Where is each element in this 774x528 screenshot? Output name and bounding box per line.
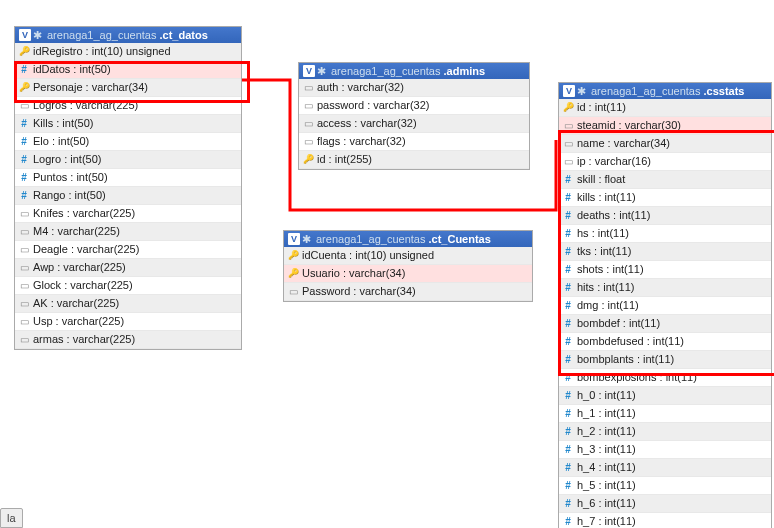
column-row[interactable]: #h_6 : int(11) bbox=[559, 495, 771, 513]
column-definition: id : int(11) bbox=[577, 101, 626, 113]
numeric-column-icon: # bbox=[562, 191, 574, 204]
column-row[interactable]: #bombdefused : int(11) bbox=[559, 333, 771, 351]
column-row[interactable]: #h_2 : int(11) bbox=[559, 423, 771, 441]
column-row[interactable]: #bombplants : int(11) bbox=[559, 351, 771, 369]
bottom-tab-stub[interactable]: la bbox=[0, 508, 23, 528]
table-name-label: .admins bbox=[443, 65, 485, 77]
primary-key-icon: 🔑 bbox=[287, 267, 299, 280]
view-icon: V bbox=[563, 85, 575, 97]
numeric-column-icon: # bbox=[562, 245, 574, 258]
column-row[interactable]: #h_1 : int(11) bbox=[559, 405, 771, 423]
column-definition: h_0 : int(11) bbox=[577, 389, 636, 401]
table-name-label: .ct_Cuentas bbox=[428, 233, 490, 245]
column-row[interactable]: 🔑id : int(11) bbox=[559, 99, 771, 117]
text-column-icon: ▭ bbox=[18, 315, 30, 328]
gear-icon[interactable]: ✱ bbox=[33, 30, 43, 40]
column-definition: hs : int(11) bbox=[577, 227, 629, 239]
column-row[interactable]: ▭Logros : varchar(225) bbox=[15, 97, 241, 115]
column-row[interactable]: ▭Knifes : varchar(225) bbox=[15, 205, 241, 223]
numeric-column-icon: # bbox=[562, 299, 574, 312]
column-row[interactable]: ▭AK : varchar(225) bbox=[15, 295, 241, 313]
column-row[interactable]: 🔑Usuario : varchar(34) bbox=[284, 265, 532, 283]
column-row[interactable]: ▭ip : varchar(16) bbox=[559, 153, 771, 171]
column-row[interactable]: #kills : int(11) bbox=[559, 189, 771, 207]
column-row[interactable]: ▭access : varchar(32) bbox=[299, 115, 529, 133]
numeric-column-icon: # bbox=[18, 63, 30, 76]
column-row[interactable]: #Kills : int(50) bbox=[15, 115, 241, 133]
column-row[interactable]: #h_0 : int(11) bbox=[559, 387, 771, 405]
column-row[interactable]: ▭Usp : varchar(225) bbox=[15, 313, 241, 331]
table-csstats[interactable]: V✱arenaga1_ag_cuentas.csstats🔑id : int(1… bbox=[558, 82, 772, 528]
db-name-label: arenaga1_ag_cuentas bbox=[331, 65, 440, 77]
column-row[interactable]: ▭Password : varchar(34) bbox=[284, 283, 532, 301]
column-row[interactable]: #Puntos : int(50) bbox=[15, 169, 241, 187]
column-row[interactable]: #h_7 : int(11) bbox=[559, 513, 771, 528]
table-header[interactable]: V✱arenaga1_ag_cuentas.csstats bbox=[559, 83, 771, 99]
column-row[interactable]: ▭Awp : varchar(225) bbox=[15, 259, 241, 277]
table-ct_datos[interactable]: V✱arenaga1_ag_cuentas.ct_datos🔑idRegistr… bbox=[14, 26, 242, 350]
column-row[interactable]: ▭auth : varchar(32) bbox=[299, 79, 529, 97]
column-row[interactable]: ▭flags : varchar(32) bbox=[299, 133, 529, 151]
column-definition: idRegistro : int(10) unsigned bbox=[33, 45, 171, 57]
column-definition: Rango : int(50) bbox=[33, 189, 106, 201]
column-row[interactable]: ▭name : varchar(34) bbox=[559, 135, 771, 153]
column-definition: tks : int(11) bbox=[577, 245, 631, 257]
column-row[interactable]: 🔑idRegistro : int(10) unsigned bbox=[15, 43, 241, 61]
column-definition: access : varchar(32) bbox=[317, 117, 417, 129]
column-row[interactable]: #deaths : int(11) bbox=[559, 207, 771, 225]
table-header[interactable]: V✱arenaga1_ag_cuentas.ct_datos bbox=[15, 27, 241, 43]
column-definition: h_6 : int(11) bbox=[577, 497, 636, 509]
text-column-icon: ▭ bbox=[302, 135, 314, 148]
column-row[interactable]: #hs : int(11) bbox=[559, 225, 771, 243]
column-definition: bombdef : int(11) bbox=[577, 317, 660, 329]
numeric-column-icon: # bbox=[562, 515, 574, 528]
column-definition: Deagle : varchar(225) bbox=[33, 243, 139, 255]
column-row[interactable]: #Elo : int(50) bbox=[15, 133, 241, 151]
table-name-label: .ct_datos bbox=[159, 29, 207, 41]
column-row[interactable]: #hits : int(11) bbox=[559, 279, 771, 297]
numeric-column-icon: # bbox=[18, 135, 30, 148]
column-definition: bombexplosions : int(11) bbox=[577, 371, 697, 383]
column-row[interactable]: 🔑idCuenta : int(10) unsigned bbox=[284, 247, 532, 265]
column-row[interactable]: ▭armas : varchar(225) bbox=[15, 331, 241, 349]
column-row[interactable]: #skill : float bbox=[559, 171, 771, 189]
column-row[interactable]: #h_5 : int(11) bbox=[559, 477, 771, 495]
column-definition: Logros : varchar(225) bbox=[33, 99, 138, 111]
table-admins[interactable]: V✱arenaga1_ag_cuentas.admins▭auth : varc… bbox=[298, 62, 530, 170]
primary-key-icon: 🔑 bbox=[287, 249, 299, 262]
numeric-column-icon: # bbox=[562, 425, 574, 438]
column-row[interactable]: #tks : int(11) bbox=[559, 243, 771, 261]
column-row[interactable]: ▭Glock : varchar(225) bbox=[15, 277, 241, 295]
primary-key-icon: 🔑 bbox=[18, 81, 30, 94]
column-row[interactable]: ▭Deagle : varchar(225) bbox=[15, 241, 241, 259]
column-row[interactable]: #bombexplosions : int(11) bbox=[559, 369, 771, 387]
column-row[interactable]: #dmg : int(11) bbox=[559, 297, 771, 315]
column-row[interactable]: #Rango : int(50) bbox=[15, 187, 241, 205]
table-ct_cuentas[interactable]: V✱arenaga1_ag_cuentas.ct_Cuentas🔑idCuent… bbox=[283, 230, 533, 302]
column-row[interactable]: ▭M4 : varchar(225) bbox=[15, 223, 241, 241]
column-row[interactable]: #shots : int(11) bbox=[559, 261, 771, 279]
column-definition: Password : varchar(34) bbox=[302, 285, 416, 297]
primary-key-icon: 🔑 bbox=[302, 153, 314, 166]
column-definition: h_7 : int(11) bbox=[577, 515, 636, 527]
gear-icon[interactable]: ✱ bbox=[577, 86, 587, 96]
column-definition: bombplants : int(11) bbox=[577, 353, 674, 365]
numeric-column-icon: # bbox=[18, 117, 30, 130]
column-row[interactable]: #h_3 : int(11) bbox=[559, 441, 771, 459]
column-row[interactable]: #Logro : int(50) bbox=[15, 151, 241, 169]
column-row[interactable]: 🔑Personaje : varchar(34) bbox=[15, 79, 241, 97]
numeric-column-icon: # bbox=[562, 479, 574, 492]
column-row[interactable]: ▭password : varchar(32) bbox=[299, 97, 529, 115]
column-row[interactable]: ▭steamid : varchar(30) bbox=[559, 117, 771, 135]
table-header[interactable]: V✱arenaga1_ag_cuentas.admins bbox=[299, 63, 529, 79]
column-row[interactable]: #bombdef : int(11) bbox=[559, 315, 771, 333]
table-header[interactable]: V✱arenaga1_ag_cuentas.ct_Cuentas bbox=[284, 231, 532, 247]
text-column-icon: ▭ bbox=[302, 81, 314, 94]
column-row[interactable]: #h_4 : int(11) bbox=[559, 459, 771, 477]
gear-icon[interactable]: ✱ bbox=[302, 234, 312, 244]
column-row[interactable]: 🔑id : int(255) bbox=[299, 151, 529, 169]
column-row[interactable]: #idDatos : int(50) bbox=[15, 61, 241, 79]
db-name-label: arenaga1_ag_cuentas bbox=[316, 233, 425, 245]
numeric-column-icon: # bbox=[18, 153, 30, 166]
gear-icon[interactable]: ✱ bbox=[317, 66, 327, 76]
